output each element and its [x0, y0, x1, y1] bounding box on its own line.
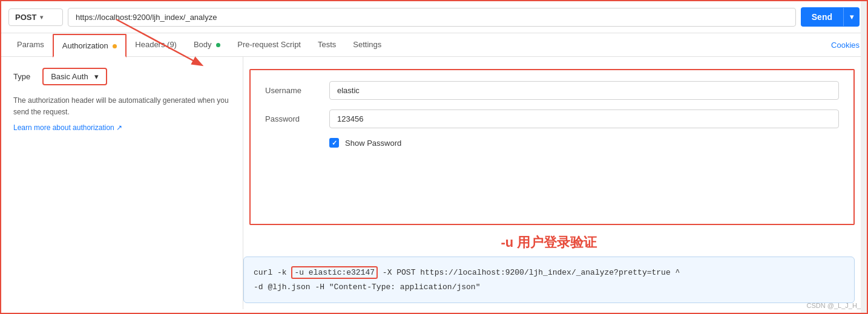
info-text: The authorization header will be automat… [13, 95, 231, 118]
send-dropdown-icon[interactable]: ▾ [843, 8, 860, 26]
send-label: Send [801, 7, 843, 27]
code-pre: curl -k [254, 268, 291, 277]
show-password-checkbox[interactable] [329, 138, 339, 148]
code-line-1: curl -k -u elastic:e32147 -X POST https:… [254, 266, 844, 280]
show-password-label: Show Password [345, 139, 401, 148]
password-row: Password [265, 110, 839, 128]
method-chevron-icon: ▾ [40, 14, 43, 21]
type-select-value: Basic Auth [51, 72, 88, 81]
type-select-chevron-icon: ▾ [94, 72, 99, 81]
method-select[interactable]: POST ▾ [8, 8, 63, 26]
username-input[interactable] [329, 81, 839, 100]
code-box: curl -k -u elastic:e32147 -X POST https:… [243, 257, 855, 303]
show-password-row: Show Password [329, 138, 839, 148]
code-highlight: -u elastic:e32147 [291, 266, 378, 279]
type-select[interactable]: Basic Auth ▾ [42, 68, 107, 85]
code-post: -X POST https://localhost:9200/ljh_index… [378, 268, 680, 277]
password-input[interactable] [329, 110, 839, 128]
tab-prerequest[interactable]: Pre-request Script [229, 34, 309, 56]
send-button[interactable]: Send ▾ [801, 7, 860, 27]
type-label: Type [13, 72, 30, 81]
username-row: Username [265, 81, 839, 100]
username-label: Username [265, 86, 320, 95]
tab-params[interactable]: Params [8, 34, 53, 56]
learn-more-link[interactable]: Learn more about authorization ↗ [13, 123, 122, 132]
password-label: Password [265, 114, 320, 123]
method-value: POST [15, 13, 36, 22]
scrollbar[interactable] [861, 57, 867, 309]
annotation-arrow [110, 57, 207, 74]
cookies-link[interactable]: Cookies [831, 34, 860, 56]
tab-tests[interactable]: Tests [309, 34, 344, 56]
left-panel: Type Basic Auth ▾ The authorization head… [1, 57, 243, 309]
annotation-text: -u 用户登录验证 [243, 234, 855, 252]
watermark: CSDN @_L_J_H_ [807, 302, 861, 309]
bottom-annotation: -u 用户登录验证 curl -k -u elastic:e32147 -X P… [243, 231, 861, 303]
tab-settings[interactable]: Settings [344, 34, 390, 56]
body-dot [216, 43, 220, 47]
main-content: Type Basic Auth ▾ The authorization head… [1, 57, 867, 309]
code-line-2: -d @ljh.json -H "Content-Type: applicati… [254, 280, 844, 294]
right-panel: Username Password Show Password [249, 69, 855, 225]
svg-line-1 [116, 57, 201, 65]
